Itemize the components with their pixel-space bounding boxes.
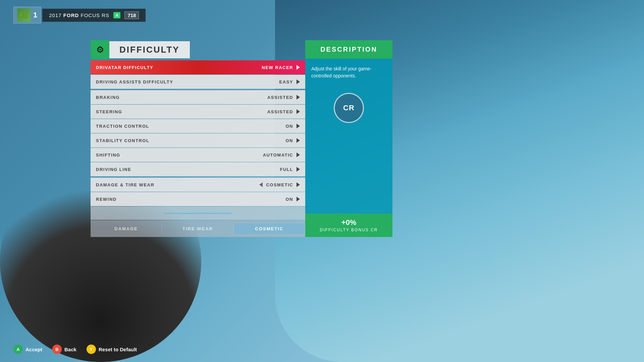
left-section: ⚙ DIFFICULTY DRIVATAR DIFFICULTYNEW RACE… xyxy=(91,40,305,237)
arrow-right-icon xyxy=(297,182,300,187)
menu-row-value-text-8: COSMETIC xyxy=(266,182,293,187)
menu-row-value-1: EASY xyxy=(279,79,300,84)
menu-row-label-9: REWIND xyxy=(96,197,117,202)
menu-row-value-text-9: ON xyxy=(286,197,293,202)
damage-tier-0[interactable]: DAMAGE xyxy=(91,224,162,234)
menu-row-value-text-2: ASSISTED xyxy=(267,95,293,100)
arrow-right-icon xyxy=(297,167,300,172)
menu-row-value-text-3: ASSISTED xyxy=(267,109,293,114)
player-badge: 🌿 1 xyxy=(13,7,41,23)
menu-row-value-8: COSMETIC xyxy=(259,182,300,187)
menu-row-value-text-0: NEW RACER xyxy=(262,65,293,70)
menu-row-value-2: ASSISTED xyxy=(267,95,300,100)
menu-row-7[interactable]: DRIVING LINEFULL xyxy=(91,162,305,176)
menu-row-9[interactable]: REWINDON xyxy=(91,192,305,206)
control-hint-1: BBack xyxy=(52,345,76,354)
menu-row-label-5: STABILITY CONTROL xyxy=(96,138,149,143)
page-title: DIFFICULTY xyxy=(119,45,180,55)
menu-row-label-3: STEERING xyxy=(96,109,122,114)
menu-row-value-0: NEW RACER xyxy=(262,65,300,70)
description-text: Adjust the skill of your game-controlled… xyxy=(311,65,386,79)
menu-row-1[interactable]: DRIVING ASSISTS DIFFICULTYEASY xyxy=(91,75,305,89)
menu-row-value-text-6: AUTOMATIC xyxy=(263,153,293,158)
menu-row-value-4: ON xyxy=(286,124,300,129)
menu-row-value-6: AUTOMATIC xyxy=(263,153,300,158)
menu-row-0[interactable]: DRIVATAR DIFFICULTYNEW RACER xyxy=(91,60,305,74)
arrow-right-icon xyxy=(297,65,300,70)
header: 🌿 1 2017 FORD FOCUS RS A 718 xyxy=(13,7,146,23)
menu-row-label-0: DRIVATAR DIFFICULTY xyxy=(96,65,153,70)
divider-line xyxy=(91,89,305,90)
menu-row-label-8: DAMAGE & TIRE WEAR xyxy=(96,182,154,187)
main-panel: ⚙ DIFFICULTY DRIVATAR DIFFICULTYNEW RACE… xyxy=(91,40,392,237)
button-b[interactable]: B xyxy=(52,345,62,354)
player-level: 1 xyxy=(33,11,37,19)
menu-row-value-5: ON xyxy=(286,138,300,143)
menu-row-label-6: SHIFTING xyxy=(96,153,120,158)
car-info: 2017 FORD FOCUS RS A 718 xyxy=(42,9,146,22)
control-hints: AAcceptBBackYReset to Default xyxy=(13,345,137,354)
right-section: DESCRIPTION Adjust the skill of your gam… xyxy=(305,40,392,237)
divider-line xyxy=(91,177,305,177)
arrow-right-icon xyxy=(297,138,300,143)
menu-row-value-text-5: ON xyxy=(286,138,293,143)
hint-label-0: Accept xyxy=(25,347,42,352)
cr-badge-text: CR xyxy=(343,104,355,112)
arrow-left-icon xyxy=(259,182,263,187)
description-body: Adjust the skill of your game-controlled… xyxy=(305,59,392,214)
title-text-box: DIFFICULTY xyxy=(109,41,190,58)
menu-row-2[interactable]: BRAKINGASSISTED xyxy=(91,90,305,104)
menu-row-8[interactable]: DAMAGE & TIRE WEARCOSMETIC xyxy=(91,178,305,192)
description-title: DESCRIPTION xyxy=(320,46,377,53)
menu-row-4[interactable]: TRACTION CONTROLON xyxy=(91,119,305,133)
menu-row-5[interactable]: STABILITY CONTROLON xyxy=(91,133,305,147)
arrow-right-icon xyxy=(297,79,300,84)
damage-tier-area: DAMAGETIRE WEARCOSMETIC xyxy=(91,220,305,237)
title-bar: ⚙ DIFFICULTY xyxy=(91,40,305,59)
arrow-right-icon xyxy=(297,95,300,100)
bottom-options-bar xyxy=(91,206,305,220)
bonus-bar: +0% DIFFICULTY BONUS CR xyxy=(305,214,392,237)
hint-label-2: Reset to Default xyxy=(99,347,137,352)
car-year-make: 2017 FORD FOCUS RS xyxy=(49,12,109,18)
car-rating: 718 xyxy=(124,11,139,19)
car-class-badge: A xyxy=(113,12,120,18)
arrow-right-icon xyxy=(297,109,300,114)
scroll-indicator xyxy=(164,213,231,214)
arrow-right-icon xyxy=(297,153,300,157)
player-avatar: 🌿 xyxy=(17,8,31,22)
cr-badge: CR xyxy=(334,93,364,123)
control-hint-2: YReset to Default xyxy=(87,345,137,354)
menu-row-value-3: ASSISTED xyxy=(267,109,300,114)
arrow-right-icon xyxy=(297,124,300,128)
menu-row-value-text-4: ON xyxy=(286,124,293,129)
menu-row-label-1: DRIVING ASSISTS DIFFICULTY xyxy=(96,79,173,84)
bonus-label: DIFFICULTY BONUS CR xyxy=(312,228,386,232)
arrow-right-icon xyxy=(297,197,300,201)
menu-list: DRIVATAR DIFFICULTYNEW RACERDRIVING ASSI… xyxy=(91,60,305,206)
menu-row-value-text-7: FULL xyxy=(280,167,293,172)
control-hint-0: AAccept xyxy=(13,345,42,354)
button-y[interactable]: Y xyxy=(87,345,96,354)
menu-row-value-text-1: EASY xyxy=(279,79,293,84)
damage-tier-1[interactable]: TIRE WEAR xyxy=(162,224,233,234)
damage-tier-2[interactable]: COSMETIC xyxy=(234,224,305,234)
hint-label-1: Back xyxy=(64,347,76,352)
bonus-percent: +0% xyxy=(312,218,386,227)
menu-row-3[interactable]: STEERINGASSISTED xyxy=(91,105,305,119)
button-a[interactable]: A xyxy=(13,345,23,354)
menu-row-label-2: BRAKING xyxy=(96,95,120,100)
gear-icon: ⚙ xyxy=(91,40,109,59)
description-header: DESCRIPTION xyxy=(305,40,392,59)
menu-row-value-9: ON xyxy=(286,197,300,202)
menu-row-value-7: FULL xyxy=(280,167,300,172)
menu-row-6[interactable]: SHIFTINGAUTOMATIC xyxy=(91,148,305,162)
menu-row-label-4: TRACTION CONTROL xyxy=(96,124,149,129)
menu-row-label-7: DRIVING LINE xyxy=(96,167,131,172)
